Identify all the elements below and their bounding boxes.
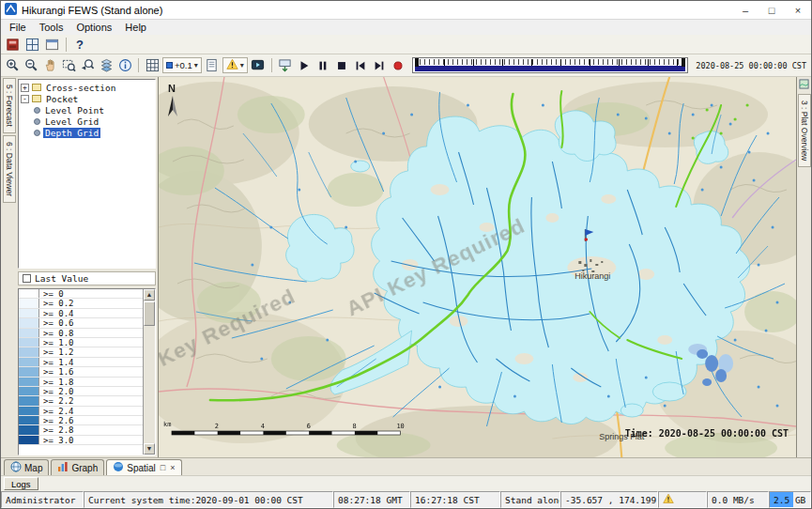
- legend-row: >= 0.2: [19, 299, 143, 308]
- scrollbar-track[interactable]: [144, 301, 155, 443]
- legend-row: >= 3.0: [19, 436, 143, 445]
- step-back-button[interactable]: [352, 57, 369, 73]
- pause-button[interactable]: [314, 57, 331, 73]
- checkbox-icon[interactable]: [23, 274, 31, 283]
- explorer-icon[interactable]: [4, 37, 21, 53]
- tab-map[interactable]: Map: [4, 459, 49, 475]
- node-icon: [34, 107, 40, 114]
- info-icon[interactable]: [116, 57, 133, 73]
- legend-row: >= 1.4: [19, 358, 143, 367]
- display-groups-icon[interactable]: [23, 37, 40, 53]
- map-time-label: Time: 2020-08-25 00:00:00 CST: [625, 428, 789, 439]
- status-user: Administrator: [1, 491, 84, 508]
- toolbar-separator: [138, 58, 139, 72]
- legend-row: >= 0: [19, 289, 143, 299]
- menu-tools[interactable]: Tools: [33, 21, 70, 34]
- menu-bar: File Tools Options Help: [1, 20, 811, 35]
- legend-swatch: [19, 436, 39, 444]
- record-button[interactable]: [390, 57, 406, 73]
- timeline-range-bar: [415, 66, 686, 71]
- legend-swatch: [19, 358, 39, 366]
- status-warning-cell[interactable]: [658, 491, 707, 508]
- status-gmt-time: 08:27:18 GMT: [333, 491, 410, 508]
- close-button[interactable]: ×: [785, 1, 811, 20]
- svg-text:km: km: [163, 421, 171, 428]
- help-icon[interactable]: ?: [72, 38, 87, 52]
- sphere-icon: [113, 461, 124, 474]
- menu-help[interactable]: Help: [118, 21, 153, 34]
- collapse-icon[interactable]: -: [21, 95, 29, 103]
- legend-swatch: [19, 309, 39, 317]
- overview-map-icon[interactable]: [799, 79, 809, 91]
- zoom-out-icon[interactable]: [23, 57, 39, 73]
- window-icon[interactable]: [43, 37, 60, 53]
- tab-plot-overview[interactable]: 3 : Plat Overview: [798, 94, 811, 167]
- animation-icon[interactable]: [250, 57, 267, 73]
- legend-row: >= 1.0: [19, 338, 143, 347]
- tab-data-viewer[interactable]: 6 : Data Viewer: [3, 135, 16, 203]
- thresholds-dropdown[interactable]: ▾: [222, 57, 248, 73]
- legend-row: >= 2.4: [19, 407, 143, 416]
- svg-text:8: 8: [353, 423, 357, 430]
- right-tab-strip: 3 : Plat Overview: [797, 77, 811, 457]
- zoom-extent-icon[interactable]: [60, 57, 77, 73]
- last-value-toggle[interactable]: Last Value: [18, 271, 156, 285]
- map-viewport[interactable]: Hikurangi Springs Flat API Key Required …: [158, 77, 797, 457]
- logs-button[interactable]: Logs: [4, 477, 38, 490]
- tab-graph[interactable]: Graph: [51, 459, 104, 475]
- expand-icon[interactable]: +: [21, 84, 29, 92]
- legend-row: >= 1.8: [19, 378, 143, 387]
- tab-spatial[interactable]: Spatial □ ×: [106, 459, 181, 475]
- status-bar: Administrator Current system time:2020-0…: [1, 491, 811, 508]
- legend-row: >= 2.0: [19, 387, 143, 396]
- tree-item-depth-grid[interactable]: Depth Grid: [21, 127, 155, 138]
- zoom-in-icon[interactable]: [4, 57, 21, 73]
- scrollbar-thumb[interactable]: [144, 301, 155, 326]
- stop-button[interactable]: [333, 57, 350, 73]
- timeline-start-marker[interactable]: [415, 58, 419, 67]
- export-animation-icon[interactable]: [277, 57, 294, 73]
- chart-icon: [57, 461, 69, 474]
- timeline-end-marker[interactable]: [682, 58, 685, 67]
- svg-text:2: 2: [215, 423, 219, 430]
- zoom-previous-icon[interactable]: [79, 57, 96, 73]
- menu-file[interactable]: File: [3, 21, 33, 34]
- legend-scrollbar[interactable]: ▲ ▼: [143, 289, 155, 455]
- legend-swatch: [19, 396, 39, 405]
- undock-icon[interactable]: □: [159, 463, 165, 472]
- tree-item-pocket[interactable]: - Pocket: [21, 93, 155, 104]
- tree-item-level-point[interactable]: Level Point: [21, 104, 155, 116]
- pan-icon[interactable]: [41, 57, 58, 73]
- interval-dropdown[interactable]: +0.1 ▾: [162, 57, 202, 73]
- profile-icon[interactable]: [204, 57, 221, 73]
- grid-display-icon[interactable]: [144, 57, 161, 73]
- interval-icon: [166, 62, 173, 69]
- layers-icon[interactable]: [98, 57, 115, 73]
- minimize-button[interactable]: –: [732, 1, 758, 20]
- title-bar: Hikurangi FEWS (Stand alone) – □ ×: [1, 1, 811, 20]
- chevron-down-icon: ▾: [240, 61, 244, 69]
- scroll-up-icon[interactable]: ▲: [144, 289, 155, 301]
- play-button[interactable]: [296, 57, 313, 73]
- close-tab-icon[interactable]: ×: [168, 463, 175, 472]
- legend-swatch: [19, 378, 39, 386]
- status-local-time: 16:27:18 CST: [410, 491, 500, 508]
- warning-icon: [663, 493, 674, 506]
- step-forward-button[interactable]: [371, 57, 388, 73]
- toolbar-separator: [66, 38, 67, 52]
- status-mode: Stand alone: [500, 491, 560, 508]
- legend-swatch: [19, 338, 39, 347]
- maximize-button[interactable]: □: [758, 1, 785, 20]
- scroll-down-icon[interactable]: ▼: [144, 443, 155, 455]
- tree-item-cross-section[interactable]: + Cross-section: [21, 82, 155, 93]
- timeline-datetime: 2020-08-25 00:00:00 CST: [694, 61, 808, 70]
- legend-row: >= 0.6: [19, 318, 143, 328]
- folder-icon: [32, 84, 41, 91]
- legend-swatch: [19, 318, 39, 327]
- tab-forecast[interactable]: 5 : Forecast: [3, 78, 16, 133]
- node-icon: [34, 130, 40, 136]
- tree-item-level-grid[interactable]: Level Grid: [21, 116, 155, 127]
- timeline-slider[interactable]: [412, 57, 689, 73]
- menu-options[interactable]: Options: [69, 21, 118, 34]
- globe-icon: [10, 461, 22, 474]
